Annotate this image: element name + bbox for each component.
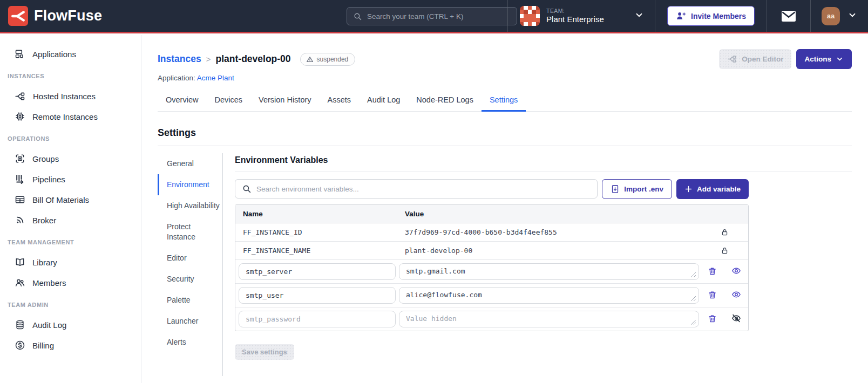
lock-icon [721, 228, 729, 236]
delete-variable-button[interactable] [707, 265, 718, 278]
env-search-input[interactable] [256, 185, 591, 193]
eye-icon [731, 290, 741, 299]
breadcrumb-instances-link[interactable]: Instances [158, 53, 201, 65]
sidebar-item-label: Audit Log [32, 320, 66, 330]
env-value-input[interactable]: alice@flowfuse.com [399, 287, 699, 304]
resize-grip[interactable] [691, 272, 696, 277]
sidebar-item-label: Billing [32, 341, 54, 350]
instance-tabs: Overview Devices Version History Assets … [158, 90, 852, 112]
settings-nav-editor[interactable]: Editor [158, 248, 221, 269]
env-value-input[interactable]: smtp.gmail.com [399, 263, 699, 280]
env-value-input[interactable] [399, 311, 699, 327]
settings-nav-palette[interactable]: Palette [158, 290, 221, 311]
notifications-button[interactable] [767, 0, 810, 32]
team-label: TEAM: [546, 8, 604, 15]
brand: FlowFuse [0, 0, 102, 32]
people-icon [15, 277, 25, 288]
sidebar-item-label: Pipelines [32, 175, 65, 184]
main-content: Instances > plant-develop-00 suspended O… [142, 35, 868, 383]
eye-off-icon [731, 313, 741, 323]
tab-settings[interactable]: Settings [482, 90, 526, 112]
sidebar-section-team-admin: TEAM ADMIN [0, 293, 141, 314]
settings-nav-environment[interactable]: Environment [158, 174, 221, 195]
team-name: Plant Enterprise [546, 15, 604, 25]
breadcrumb: Instances > plant-develop-00 [158, 53, 291, 65]
team-avatar [520, 6, 540, 26]
dollar-icon [15, 340, 25, 351]
tab-node-red-logs[interactable]: Node-RED Logs [408, 90, 482, 112]
invite-members-button[interactable]: Invite Members [667, 6, 755, 26]
show-value-button[interactable] [730, 265, 742, 278]
sidebar-item-members[interactable]: Members [0, 272, 141, 293]
settings-nav-protect-instance[interactable]: Protect Instance [158, 216, 221, 248]
settings-nav-general[interactable]: General [158, 153, 221, 174]
database-icon [15, 319, 25, 330]
env-value: plant-develop-00 [397, 242, 701, 259]
settings-nav-launcher[interactable]: Launcher [158, 311, 221, 332]
sidebar-item-bill-of-materials[interactable]: Bill Of Materials [0, 189, 141, 210]
search-icon [353, 12, 362, 21]
env-name-input[interactable] [239, 287, 396, 304]
hide-value-button[interactable] [730, 312, 742, 326]
tab-version-history[interactable]: Version History [250, 90, 320, 112]
lock-icon [721, 247, 729, 255]
env-name-input[interactable] [239, 263, 396, 280]
sidebar-item-remote-instances[interactable]: Remote Instances [0, 106, 141, 127]
sidebar-item-audit-log[interactable]: Audit Log [0, 314, 141, 335]
env-value: 37f7d969-97cd-4000-b650-b3d4f4eef855 [397, 223, 701, 241]
sidebar-item-library[interactable]: Library [0, 252, 141, 272]
table-row: alice@flowfuse.com [235, 284, 748, 307]
team-search-input[interactable] [367, 12, 511, 20]
resize-grip[interactable] [691, 296, 696, 301]
column-header-value: Value [397, 205, 701, 223]
table-header: Name Value [235, 205, 748, 223]
user-menu[interactable]: aa [811, 0, 868, 32]
eye-icon [731, 266, 741, 276]
sidebar-item-applications[interactable]: Applications [0, 44, 141, 64]
groups-icon [15, 153, 25, 164]
document-download-icon [611, 184, 620, 194]
show-value-button[interactable] [730, 289, 742, 302]
tab-audit-log[interactable]: Audit Log [359, 90, 408, 112]
chevron-down-icon [634, 10, 644, 22]
add-variable-button[interactable]: Add variable [676, 179, 749, 199]
actions-button[interactable]: Actions [796, 49, 852, 69]
delete-variable-button[interactable] [707, 289, 718, 302]
application-label: Application: [158, 74, 195, 82]
status-badge-label: suspended [317, 56, 349, 63]
open-editor-button[interactable]: Open Editor [719, 49, 791, 69]
settings-nav-alerts[interactable]: Alerts [158, 332, 221, 353]
import-env-label: Import .env [624, 185, 663, 193]
sidebar-item-pipelines[interactable]: Pipelines [0, 169, 141, 189]
add-variable-label: Add variable [697, 185, 741, 193]
resize-grip[interactable] [691, 320, 696, 325]
sidebar-item-groups[interactable]: Groups [0, 148, 141, 169]
env-search[interactable] [235, 179, 598, 199]
env-name-input[interactable] [239, 311, 396, 327]
open-editor-label: Open Editor [742, 55, 783, 63]
import-env-button[interactable]: Import .env [602, 179, 672, 199]
team-switcher[interactable]: TEAM: Plant Enterprise [508, 0, 655, 32]
delete-variable-button[interactable] [707, 313, 718, 326]
sidebar-item-broker[interactable]: Broker [0, 210, 141, 230]
sidebar-item-hosted-instances[interactable]: Hosted Instances [0, 86, 141, 106]
tab-devices[interactable]: Devices [206, 90, 250, 112]
settings-nav-high-availability[interactable]: High Availability [158, 195, 221, 216]
table-icon [15, 194, 25, 205]
tab-assets[interactable]: Assets [320, 90, 360, 112]
invite-members-label: Invite Members [691, 12, 746, 20]
sidebar-item-label: Members [32, 278, 66, 288]
sidebar-item-billing[interactable]: Billing [0, 335, 141, 355]
warning-icon [306, 56, 314, 63]
application-line: Application: Acme Plant [158, 74, 852, 82]
table-row: smtp.gmail.com [235, 260, 748, 284]
team-search[interactable] [347, 7, 517, 25]
table-row: FF_INSTANCE_ID 37f7d969-97cd-4000-b650-b… [235, 223, 748, 242]
tab-overview[interactable]: Overview [158, 90, 206, 112]
sidebar-item-label: Bill Of Materials [32, 195, 89, 204]
save-settings-button[interactable]: Save settings [235, 344, 294, 360]
application-link[interactable]: Acme Plant [197, 74, 234, 82]
column-header-name: Name [235, 205, 397, 223]
settings-nav: General Environment High Availability Pr… [158, 153, 221, 376]
settings-nav-security[interactable]: Security [158, 269, 221, 290]
